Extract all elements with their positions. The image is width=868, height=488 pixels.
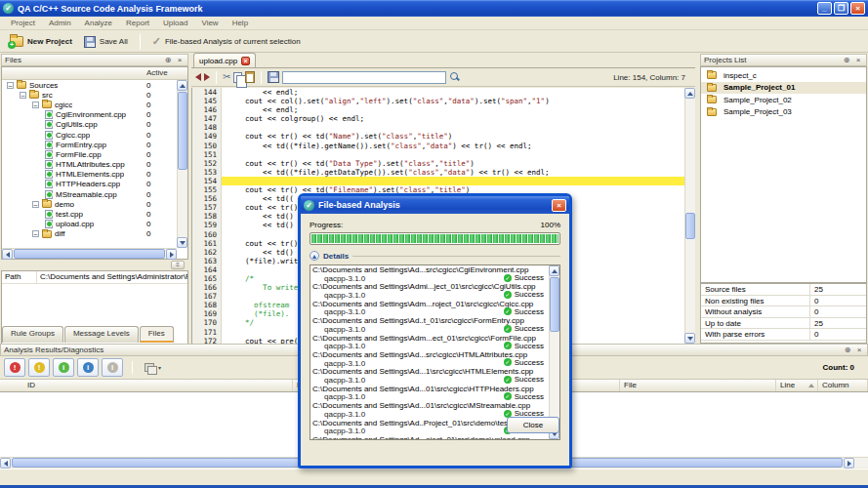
dialog-close-button[interactable]: Close <box>507 417 559 433</box>
editor-search-input[interactable] <box>282 71 446 84</box>
project-item-Sample_Project_03[interactable]: Sample_Project_03 <box>701 106 866 119</box>
tree-vertical-scrollbar[interactable] <box>177 80 187 248</box>
tree-item-upload.cpp[interactable]: upload.cpp0 <box>2 220 177 229</box>
tree-item-HTMLElements.cpp[interactable]: HTMLElements.cpp0 <box>2 170 177 180</box>
scroll-thumb[interactable] <box>178 92 187 170</box>
close-panel-icon[interactable]: × <box>854 346 864 355</box>
close-button[interactable]: × <box>850 2 865 15</box>
column-header-column[interactable]: Column <box>818 380 868 391</box>
warning-filter-button[interactable]: ! <box>28 358 50 377</box>
success-check-icon: ✓ <box>504 342 512 349</box>
menu-admin[interactable]: Admin <box>42 17 78 29</box>
editor-vertical-scrollbar[interactable] <box>684 88 695 344</box>
scroll-up-icon[interactable] <box>549 265 559 276</box>
expand-collapse-icon[interactable]: – <box>20 92 26 99</box>
expand-collapse-icon[interactable]: – <box>32 201 39 208</box>
column-header-line[interactable]: Line <box>776 380 818 391</box>
details-toggle-icon[interactable]: ▲ <box>310 251 319 261</box>
project-item-Sample_Project_01[interactable]: Sample_Project_01 <box>701 82 866 95</box>
tab-message-levels[interactable]: Message Levels <box>64 326 139 343</box>
tab-close-icon[interactable]: × <box>241 57 250 65</box>
close-panel-icon[interactable]: × <box>175 56 185 65</box>
inactive-filter-button[interactable]: i <box>102 358 123 377</box>
stack-icon[interactable] <box>145 363 155 373</box>
navigate-forward-icon[interactable] <box>204 73 210 81</box>
scroll-up-icon[interactable] <box>177 80 187 91</box>
info-green-filter-button[interactable]: i <box>53 358 74 377</box>
tree-horizontal-scrollbar[interactable] <box>2 248 177 259</box>
scroll-right-icon[interactable] <box>844 458 854 468</box>
restore-button[interactable]: ❐ <box>834 2 848 15</box>
window-title: QA C/C++ Source Code Analysis Framework <box>18 4 202 14</box>
save-file-icon[interactable] <box>268 71 279 83</box>
scroll-left-icon[interactable] <box>0 458 11 468</box>
tree-item-HTMLAttributes.cpp[interactable]: HTMLAttributes.cpp0 <box>2 160 177 170</box>
navigate-back-icon[interactable] <box>195 73 201 81</box>
status-text: Success <box>515 342 544 350</box>
copy-icon[interactable] <box>233 72 242 83</box>
folder-icon <box>707 108 717 116</box>
pin-icon[interactable]: ⊕ <box>163 56 173 65</box>
expand-collapse-icon[interactable]: – <box>32 230 39 237</box>
menu-analyze[interactable]: Analyze <box>78 17 119 29</box>
details-items: C:\Documents and Settings\Ad...src\cgicc… <box>310 266 548 440</box>
tab-rule-groups[interactable]: Rule Groups <box>2 326 63 343</box>
column-header-id[interactable]: ID <box>0 380 293 391</box>
overflow-menu-button[interactable]: ≡ <box>171 261 185 269</box>
tree-item-CgiEnvironment.cpp[interactable]: CgiEnvironment.cpp0 <box>2 110 177 120</box>
project-item-Sample_Project_02[interactable]: Sample_Project_02 <box>701 94 866 106</box>
file-based-analysis-button[interactable]: ✓ File-based Analysis of current selecti… <box>146 33 307 50</box>
tree-item-test.cpp[interactable]: test.cpp0 <box>2 209 177 219</box>
details-list[interactable]: C:\Documents and Settings\Ad...src\cgicc… <box>310 264 560 440</box>
tree-item-HTTPHeaders.cpp[interactable]: HTTPHeaders.cpp0 <box>2 180 177 189</box>
tab-upload-cpp[interactable]: upload.cpp × <box>193 53 256 67</box>
scroll-thumb[interactable] <box>550 277 559 332</box>
pin-icon[interactable]: ⊕ <box>843 346 852 355</box>
menu-project[interactable]: Project <box>4 17 42 29</box>
tree-item-Sources[interactable]: –Sources0 <box>2 80 177 90</box>
tree-item-cgicc[interactable]: –cgicc0 <box>2 100 177 109</box>
tree-item-label: CgiEnvironment.cpp <box>56 110 126 119</box>
tree-item-Cgicc.cpp[interactable]: Cgicc.cpp0 <box>2 130 177 140</box>
code-line-154: 154 <box>192 177 684 185</box>
scroll-left-icon[interactable] <box>2 249 13 260</box>
cpp-file-icon <box>45 170 53 179</box>
tab-files[interactable]: Files <box>140 326 174 343</box>
menu-view[interactable]: View <box>194 17 225 29</box>
details-scrollbar[interactable] <box>549 265 559 439</box>
scroll-up-icon[interactable] <box>684 88 695 99</box>
tree-item-diff[interactable]: –diff0 <box>2 229 177 239</box>
new-project-button[interactable]: New Project <box>4 34 78 49</box>
dialog-close-icon[interactable]: × <box>552 199 566 212</box>
error-filter-button[interactable]: ! <box>4 358 25 377</box>
tree-item-src[interactable]: –src0 <box>2 90 177 100</box>
scroll-thumb[interactable] <box>14 249 165 259</box>
scroll-down-icon[interactable] <box>177 237 187 248</box>
expand-collapse-icon[interactable]: – <box>7 82 14 89</box>
scroll-thumb[interactable] <box>685 213 695 239</box>
search-icon[interactable] <box>449 71 461 83</box>
menu-help[interactable]: Help <box>226 17 255 29</box>
scroll-down-icon[interactable] <box>684 333 695 344</box>
paste-icon[interactable] <box>245 71 255 83</box>
column-header-file[interactable]: File <box>620 380 776 391</box>
tree-column-header[interactable]: Active <box>2 67 187 80</box>
expand-collapse-icon[interactable]: – <box>32 102 39 108</box>
scroll-right-icon[interactable] <box>166 249 177 260</box>
pin-icon[interactable]: ⊕ <box>842 56 851 65</box>
project-item-inspect_c[interactable]: inspect_c <box>701 69 866 82</box>
tree-item-demo[interactable]: –demo0 <box>2 199 177 209</box>
tree-item-FormEntry.cpp[interactable]: FormEntry.cpp0 <box>2 140 177 149</box>
tree-item-label: MStreamable.cpp <box>56 190 117 199</box>
save-all-button[interactable]: Save All <box>78 34 134 50</box>
tree-item-MStreamable.cpp[interactable]: MStreamable.cpp0 <box>2 189 177 199</box>
menu-report[interactable]: Report <box>119 17 156 29</box>
tree-item-FormFile.cpp[interactable]: FormFile.cpp0 <box>2 149 177 159</box>
cut-icon[interactable]: ✂ <box>223 72 230 82</box>
dropdown-arrow-icon[interactable]: ▾ <box>158 364 161 371</box>
minimize-button[interactable]: _ <box>817 2 832 15</box>
tree-item-CgiUtils.cpp[interactable]: CgiUtils.cpp0 <box>2 120 177 130</box>
close-panel-icon[interactable]: × <box>853 56 863 65</box>
info-blue-filter-button[interactable]: i <box>77 358 99 377</box>
menu-upload[interactable]: Upload <box>156 17 194 29</box>
